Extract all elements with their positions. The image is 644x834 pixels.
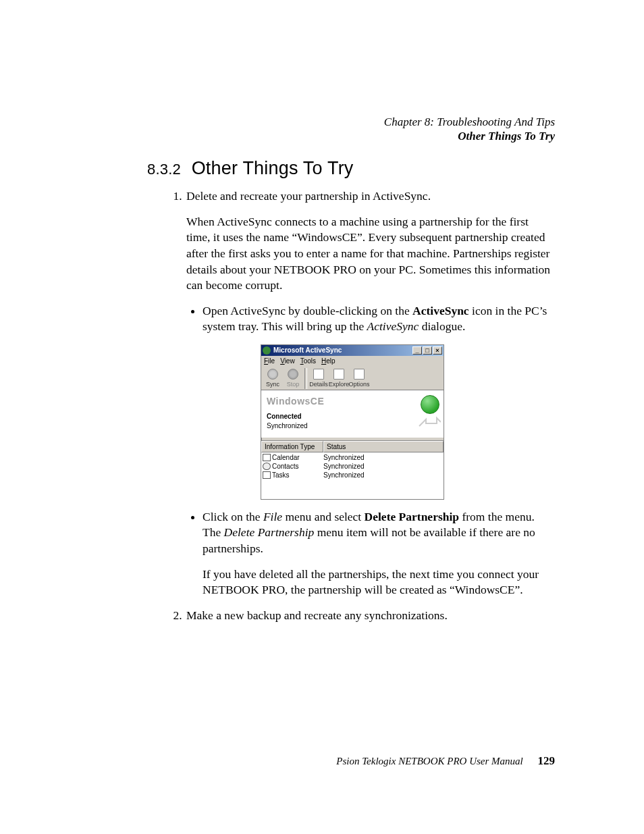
- section-heading: 8.3.2 Other Things To Try: [147, 158, 555, 179]
- stop-icon: [288, 369, 298, 380]
- header-chapter: Chapter 8: Troubleshooting And Tips: [384, 115, 555, 129]
- toolbar-sync-button[interactable]: Sync: [263, 368, 283, 389]
- list-item[interactable]: Tasks Synchronized: [261, 471, 444, 479]
- options-icon: [354, 369, 365, 380]
- explore-icon: [333, 369, 344, 380]
- step1-sublist: Open ActiveSync by double-clicking on th…: [186, 303, 555, 598]
- menu-tools[interactable]: Tools: [300, 357, 316, 366]
- header-section: Other Things To Try: [384, 129, 555, 143]
- contacts-icon: [263, 463, 271, 470]
- toolbar-separator: [304, 368, 307, 389]
- step1-bullet-2-text: Click on the File menu and select Delete…: [203, 509, 555, 557]
- step-1: Delete and recreate your partnership in …: [185, 188, 555, 598]
- maximize-button[interactable]: □: [423, 346, 432, 355]
- column-status[interactable]: Status: [323, 441, 444, 453]
- status-pane: WindowsCE Connected Synchronized: [261, 390, 444, 438]
- ordered-steps: Delete and recreate your partnership in …: [147, 188, 555, 623]
- window-title: Microsoft ActiveSync: [273, 346, 412, 355]
- listview-body: Calendar Synchronized Contacts Synchroni…: [261, 452, 444, 479]
- list-item[interactable]: Calendar Synchronized: [261, 453, 444, 462]
- step1-para: When ActiveSync connects to a machine us…: [186, 214, 555, 294]
- section-title: Other Things To Try: [192, 158, 354, 178]
- step2-text: Make a new backup and recreate any synch…: [186, 608, 555, 624]
- titlebar[interactable]: Microsoft ActiveSync _ □ ×: [261, 345, 444, 356]
- window-controls: _ □ ×: [412, 346, 442, 355]
- list-item[interactable]: Contacts Synchronized: [261, 462, 444, 471]
- step1-bullet-1: Open ActiveSync by double-clicking on th…: [203, 303, 555, 500]
- activesync-icon: [263, 346, 271, 355]
- page-footer: Psion Teklogix NETBOOK PRO User Manual 1…: [336, 754, 555, 768]
- sync-state: Synchronized: [267, 421, 438, 431]
- toolbar-stop-button[interactable]: Stop: [283, 368, 303, 389]
- activesync-window: Microsoft ActiveSync _ □ × File View Too…: [261, 344, 444, 500]
- step1-bullet-1-text: Open ActiveSync by double-clicking on th…: [203, 303, 555, 335]
- running-header: Chapter 8: Troubleshooting And Tips Othe…: [384, 115, 555, 144]
- footer-manual: Psion Teklogix NETBOOK PRO User Manual: [336, 756, 523, 766]
- close-button[interactable]: ×: [433, 346, 442, 355]
- toolbar: Sync Stop Details: [261, 367, 444, 390]
- toolbar-explore-button[interactable]: Explore: [329, 368, 349, 389]
- step1-lead: Delete and recreate your partnership in …: [186, 188, 555, 205]
- section-number: 8.3.2: [147, 161, 181, 178]
- connection-state: Connected: [267, 412, 438, 421]
- toolbar-options-button[interactable]: Options: [349, 368, 369, 389]
- tasks-icon: [263, 471, 271, 479]
- menu-file[interactable]: File: [264, 357, 275, 366]
- minimize-button[interactable]: _: [412, 346, 422, 355]
- details-icon: [313, 369, 324, 380]
- page-body: Chapter 8: Troubleshooting And Tips Othe…: [0, 0, 644, 834]
- step1-bullet-2: Click on the File menu and select Delete…: [203, 509, 555, 598]
- column-information-type[interactable]: Information Type: [261, 441, 323, 453]
- sync-arrows-icon: [417, 414, 441, 436]
- step1-bullet-2-para: If you have deleted all the partnerships…: [203, 567, 555, 598]
- menu-help[interactable]: Help: [321, 357, 336, 366]
- calendar-icon: [263, 454, 271, 461]
- toolbar-details-button[interactable]: Details: [308, 368, 329, 389]
- sync-badge-icon: [421, 395, 439, 414]
- footer-page-number: 129: [538, 754, 556, 767]
- sync-icon: [267, 369, 278, 380]
- step-2: Make a new backup and recreate any synch…: [185, 608, 555, 624]
- listview: Information Type Status Calendar Synchro…: [261, 441, 444, 499]
- menu-view[interactable]: View: [280, 357, 295, 366]
- menubar: File View Tools Help: [261, 356, 444, 367]
- device-name: WindowsCE: [267, 395, 438, 408]
- listview-header: Information Type Status: [261, 441, 444, 453]
